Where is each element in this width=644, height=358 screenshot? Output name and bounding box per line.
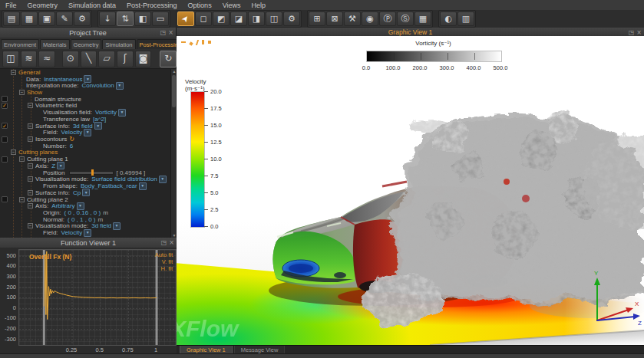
refresh-tool-icon[interactable]: ↻ (160, 51, 177, 67)
save-as-icon[interactable]: ✎ (56, 11, 73, 26)
menu-file[interactable]: File (0, 2, 22, 9)
add-shape-icon[interactable]: ⊞ (309, 11, 325, 26)
tree-value[interactable]: Cp (73, 189, 81, 196)
visibility-checkbox[interactable] (2, 136, 8, 143)
tree-value[interactable]: Surface field distribution (91, 176, 157, 182)
tree-expander-icon[interactable]: − (19, 156, 25, 162)
tree-value[interactable]: ( 0 , 0.16 , 0 ) (64, 209, 101, 216)
import-data-icon[interactable]: ↓ (99, 11, 116, 26)
cube-cut-view-icon[interactable]: ◩ (213, 11, 230, 26)
spline-probe-tool-icon[interactable]: ʃ (117, 51, 134, 67)
tree-value[interactable]: 3d field (91, 222, 111, 229)
chart-plot-area[interactable] (18, 249, 177, 346)
remove-shape-icon[interactable]: ⊠ (326, 11, 343, 26)
tree-expander-icon[interactable]: − (28, 136, 33, 142)
position-slider[interactable] (69, 171, 114, 175)
settings-gear-icon[interactable]: ⚙ (74, 11, 91, 26)
cube-wireframe-view-icon[interactable]: ◫ (266, 11, 282, 26)
select-cursor-icon[interactable]: ➤ (177, 11, 194, 26)
close-panel-icon[interactable]: × (169, 240, 174, 246)
chevron-down-icon[interactable]: ▼ (84, 229, 91, 237)
tree-expander-icon[interactable]: − (28, 223, 33, 228)
probe-tool-icon[interactable]: ◉ (362, 11, 378, 26)
tree-value[interactable]: ( 0 , 1 , 0 ) (68, 216, 95, 223)
velocity-tick (204, 226, 208, 227)
menu-simulation-data[interactable]: Simulation data (63, 2, 121, 9)
project-tree-header[interactable]: Project Tree ◳ × (0, 28, 176, 38)
new-project-icon[interactable]: ▤ (3, 11, 20, 26)
tree-value[interactable]: Convolution (82, 82, 114, 89)
cube-shaded-view-icon[interactable]: ◪ (230, 11, 247, 26)
open-project-icon[interactable]: ▦ (21, 11, 38, 26)
menu-post-processing[interactable]: Post-Processing (121, 2, 183, 9)
auto-fit-button[interactable]: Auto fit (155, 251, 173, 258)
menu-options[interactable]: Options (183, 2, 217, 9)
tree-value[interactable]: Instantaneous (44, 76, 82, 83)
menu-help[interactable]: Help (246, 2, 272, 9)
tree-scrollbar[interactable]: ▲ ▼ (170, 69, 177, 238)
menu-views[interactable]: Views (217, 2, 246, 9)
tree-value[interactable]: Vorticity (95, 109, 117, 116)
measure-ruler-icon[interactable]: ▭ (152, 11, 169, 26)
float-panel-icon[interactable]: ◳ (629, 30, 635, 36)
tree-expander-icon[interactable]: − (28, 176, 33, 182)
s-marker-icon[interactable]: Ⓢ (397, 11, 414, 26)
point-probe-tool-icon[interactable]: ⊙ (62, 51, 79, 67)
close-panel-icon[interactable]: × (636, 30, 642, 36)
visibility-checkbox[interactable] (2, 96, 8, 102)
tree-value[interactable]: Arbitrary (51, 202, 74, 209)
sync-data-icon[interactable]: ⇅ (117, 11, 134, 26)
visibility-checkbox-checked[interactable]: ✓ (2, 123, 8, 129)
tab-materials[interactable]: Materials (40, 39, 69, 49)
tree-label: Data: (26, 76, 41, 83)
float-panel-icon[interactable]: ◳ (160, 30, 167, 36)
cube-settings-view-icon[interactable]: ⚙ (283, 11, 300, 26)
tree-value[interactable]: Velocity (61, 229, 83, 236)
close-panel-icon[interactable]: × (168, 30, 173, 36)
isosurface-tool-icon[interactable]: ≋ (21, 51, 38, 67)
line-probe-tool-icon[interactable]: ╲ (81, 51, 97, 67)
movie-record-icon[interactable]: ▦ (414, 11, 431, 26)
tree-expander-icon[interactable]: − (28, 203, 33, 209)
tab-simulation[interactable]: Simulation (102, 39, 135, 49)
tree-expander-icon[interactable]: − (11, 149, 16, 155)
3d-viewport[interactable]: XFlow (177, 36, 644, 345)
menu-geometry[interactable]: Geometry (22, 2, 64, 9)
plane-probe-tool-icon[interactable]: ▱ (98, 51, 115, 67)
tree-expander-icon[interactable]: − (19, 197, 25, 202)
graphic-view-icon[interactable]: ◐ (440, 11, 457, 26)
p-marker-icon[interactable]: Ⓟ (379, 11, 396, 26)
tree-value[interactable]: Z (51, 163, 55, 169)
float-panel-icon[interactable]: ◳ (161, 240, 167, 246)
refresh-icon[interactable]: ↻ (69, 136, 74, 143)
tree-expander-icon[interactable]: − (19, 90, 25, 95)
tree-value[interactable]: 6 (70, 143, 73, 149)
visibility-checkbox[interactable] (2, 196, 8, 202)
save-project-icon[interactable]: ▣ (38, 11, 55, 26)
h-fit-button[interactable]: H. fit (161, 265, 173, 272)
function-viewer-header[interactable]: Function Viewer 1 ◳ × (0, 238, 177, 248)
wrench-tool-icon[interactable]: ⚒ (344, 11, 361, 26)
tree-value[interactable]: Velocity (61, 129, 83, 136)
tab-post-processing[interactable]: Post-Processing (137, 39, 177, 49)
camera-record-tool-icon[interactable]: ◙ (135, 51, 152, 67)
function-viewer-icon[interactable]: ▥ (457, 11, 474, 26)
tree-expander-icon[interactable]: − (11, 70, 16, 75)
tree-expander-icon[interactable]: − (28, 103, 33, 108)
cube-solid-view-icon[interactable]: ◻ (195, 11, 212, 26)
v-fit-button[interactable]: V. fit (162, 258, 173, 265)
visibility-checkbox[interactable] (2, 156, 8, 163)
tree-expander-icon[interactable]: − (28, 163, 33, 169)
scrollbar-thumb[interactable] (172, 75, 176, 107)
domain-box-icon[interactable]: ◧ (134, 11, 151, 26)
tab-geometry[interactable]: Geometry (71, 39, 102, 49)
streamlines-tool-icon[interactable]: ≈ (38, 51, 55, 67)
cutting-plane-tool-icon[interactable]: ◫ (2, 51, 19, 67)
cube-rotate-view-icon[interactable]: ◨ (248, 11, 265, 26)
visibility-checkbox-checked[interactable]: ✓ (2, 103, 8, 109)
time-marker[interactable] (156, 250, 158, 345)
tree-expander-icon[interactable]: − (28, 190, 33, 195)
tab-environment[interactable]: Environment (1, 39, 39, 49)
axis-z-label: Z (638, 320, 642, 327)
tree-expander-icon[interactable]: − (28, 123, 33, 129)
